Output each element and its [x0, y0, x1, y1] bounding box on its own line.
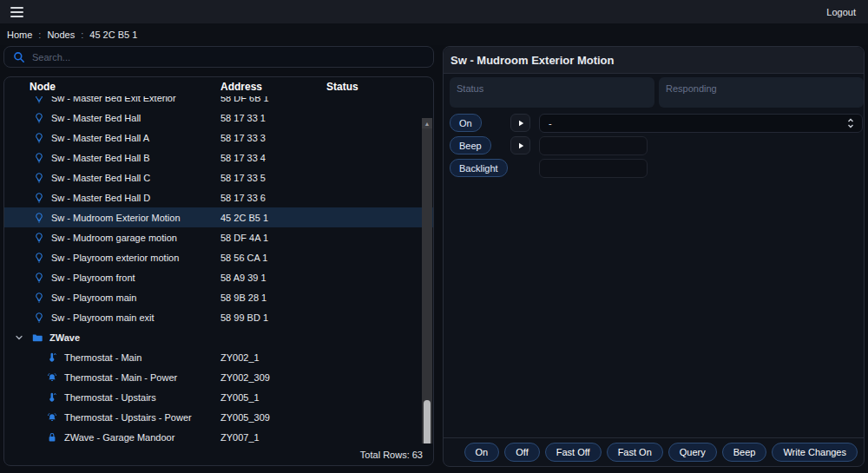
node-address: ZY005_309	[220, 412, 326, 423]
menu-icon[interactable]	[10, 7, 23, 17]
bell-icon	[47, 412, 57, 423]
breadcrumb-item[interactable]: 45 2C B5 1	[89, 30, 137, 40]
search-input[interactable]	[32, 52, 433, 62]
responding-field[interactable]	[659, 77, 864, 108]
node-name: Sw - Playroom main exit	[51, 312, 155, 323]
table-row[interactable]: Sw - Playroom main exit58 99 BD 1	[4, 307, 433, 327]
lightbulb-icon	[34, 173, 44, 183]
node-name: Sw - Playroom main	[51, 292, 136, 303]
node-address: 58 17 33 5	[220, 173, 326, 183]
breadcrumb-item[interactable]: Nodes	[47, 30, 75, 40]
lock-icon	[47, 432, 57, 443]
search-box	[3, 46, 434, 68]
node-address: 58 99 BD 1	[220, 312, 326, 323]
lightbulb-icon	[34, 213, 44, 223]
scrollbar[interactable]: ▲ ▼	[422, 118, 432, 443]
table-row[interactable]: ZWave - Garage MandoorZY007_1	[4, 427, 433, 443]
responding-field-wrap	[659, 77, 864, 108]
backlight-action-button[interactable]: Backlight	[450, 159, 508, 177]
lightbulb-icon	[34, 273, 44, 283]
status-field[interactable]	[450, 77, 654, 108]
table-row[interactable]: Sw - Playroom exterior motion58 56 CA 1	[4, 247, 433, 267]
beep-value-input[interactable]	[539, 136, 648, 155]
table-row[interactable]: Sw - Master Bed Hall58 17 33 1	[4, 108, 433, 128]
table-row[interactable]: Sw - Master Bed Exit Exterior58 DF 6B 1	[4, 96, 433, 108]
column-header-status: Status	[326, 81, 433, 93]
table-row[interactable]: Sw - Playroom front58 A9 39 1	[4, 267, 433, 287]
scrollbar-thumb[interactable]	[424, 400, 431, 443]
node-address: ZY005_1	[220, 392, 326, 403]
node-name: Sw - Master Bed Hall	[51, 113, 141, 123]
backlight-value-input[interactable]	[539, 159, 648, 178]
lightbulb-icon	[34, 292, 44, 303]
lightbulb-icon	[34, 96, 44, 103]
thermometer-icon	[47, 352, 57, 363]
table-row[interactable]: Thermostat - Main - PowerZY002_309	[4, 367, 433, 387]
fast-off-button[interactable]: Fast Off	[545, 443, 602, 462]
bell-icon	[47, 372, 57, 383]
node-name: Thermostat - Upstairs	[64, 392, 156, 403]
off-button[interactable]: Off	[504, 443, 539, 462]
play-on-button[interactable]	[510, 114, 530, 132]
detail-panel: Sw - Mudroom Exterior Motion On - Beep	[443, 46, 865, 467]
node-name: Sw - Playroom front	[51, 273, 135, 283]
node-list-viewport: Sw - Master Bed Exit Exterior58 DF 6B 1S…	[4, 96, 433, 443]
node-address: ZY002_1	[220, 352, 326, 363]
table-row[interactable]: Sw - Mudroom garage motion58 DF 4A 1	[4, 227, 433, 247]
table-row[interactable]: Sw - Mudroom Exterior Motion45 2C B5 1	[4, 207, 433, 227]
lightbulb-icon	[34, 312, 44, 323]
table-row[interactable]: Sw - Master Bed Hall B58 17 33 4	[4, 148, 433, 168]
node-address: 58 17 33 6	[220, 193, 326, 203]
node-name: Sw - Master Bed Hall B	[51, 153, 150, 163]
node-name: ZWave	[49, 332, 80, 343]
table-row[interactable]: Sw - Master Bed Hall A58 17 33 3	[4, 128, 433, 148]
play-icon	[516, 141, 525, 150]
node-address: 58 DF 6B 1	[220, 96, 326, 103]
on-value-select[interactable]: -	[539, 114, 863, 133]
table-row[interactable]: Sw - Master Bed Hall D58 17 33 6	[4, 187, 433, 207]
write-changes-button[interactable]: Write Changes	[772, 443, 858, 462]
table-row[interactable]: Thermostat - MainZY002_1	[4, 347, 433, 367]
chevron-down-icon[interactable]	[15, 333, 23, 342]
table-row[interactable]: ZWave	[4, 327, 433, 347]
node-name: Sw - Master Bed Hall C	[51, 173, 150, 183]
on-button[interactable]: On	[464, 443, 500, 462]
node-table: Node Address Status Sw - Master Bed Exit…	[3, 76, 434, 466]
lightbulb-icon	[34, 113, 44, 123]
beep-button[interactable]: Beep	[722, 443, 767, 462]
node-name: Sw - Master Bed Hall D	[51, 193, 150, 203]
total-rows-label: Total Rows: 63	[4, 443, 433, 466]
node-name: Sw - Master Bed Hall A	[51, 133, 149, 143]
breadcrumb-separator: :	[38, 30, 41, 40]
node-name: Sw - Master Bed Exit Exterior	[51, 96, 176, 103]
top-bar: Logout	[0, 0, 868, 23]
lightbulb-icon	[34, 253, 44, 263]
thermometer-icon	[47, 392, 57, 403]
status-field-wrap	[450, 77, 654, 108]
node-address: 58 A9 39 1	[220, 273, 326, 283]
play-beep-button[interactable]	[510, 136, 530, 154]
beep-action-button[interactable]: Beep	[450, 136, 491, 154]
node-address: 45 2C B5 1	[220, 213, 326, 223]
lightbulb-icon	[34, 153, 44, 163]
query-button[interactable]: Query	[668, 443, 717, 462]
node-address: 58 56 CA 1	[220, 253, 326, 263]
fast-on-button[interactable]: Fast On	[607, 443, 663, 462]
folder-icon	[32, 332, 43, 343]
search-icon	[13, 51, 25, 63]
node-name: ZWave - Garage Mandoor	[64, 432, 174, 443]
on-action-button[interactable]: On	[450, 114, 482, 132]
table-header: Node Address Status	[4, 77, 433, 96]
node-list: Sw - Master Bed Exit Exterior58 DF 6B 1S…	[4, 96, 433, 443]
table-row[interactable]: Sw - Playroom main58 9B 28 1	[4, 287, 433, 307]
play-icon	[516, 119, 525, 128]
on-select-value: -	[549, 118, 846, 128]
scroll-up-icon[interactable]: ▲	[422, 118, 432, 128]
table-row[interactable]: Thermostat - UpstairsZY005_1	[4, 387, 433, 407]
logout-button[interactable]: Logout	[826, 7, 856, 17]
node-address: 58 17 33 3	[220, 133, 326, 143]
table-row[interactable]: Sw - Master Bed Hall C58 17 33 5	[4, 168, 433, 187]
detail-footer: OnOffFast OffFast OnQueryBeepWrite Chang…	[444, 437, 864, 466]
table-row[interactable]: Thermostat - Upstairs - PowerZY005_309	[4, 407, 433, 427]
breadcrumb-item[interactable]: Home	[7, 30, 32, 40]
